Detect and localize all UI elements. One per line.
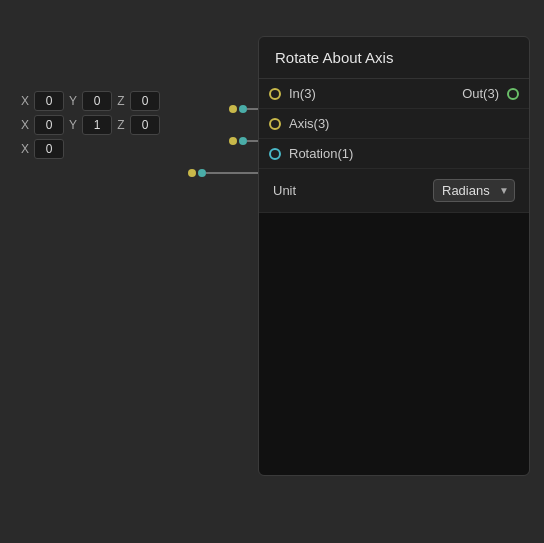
rotation1-left-connector (269, 148, 281, 160)
y-label-1: Y (68, 94, 78, 108)
wire-dot-axis3 (229, 137, 237, 145)
z-label-1: Z (116, 94, 126, 108)
wire-dot-in3-cyan (239, 105, 247, 113)
wire-dot-rot-cyan (198, 169, 206, 177)
in3-left-connector (269, 88, 281, 100)
in3-label: In(3) (289, 86, 462, 101)
unit-label: Unit (273, 183, 433, 198)
out3-label: Out(3) (462, 86, 499, 101)
input-row-1: X Y Z (20, 91, 160, 111)
ports-area: In(3) Out(3) Axis(3) Rotation(1) Unit Ra… (259, 79, 529, 213)
input-fields-container: X Y Z X Y Z X (20, 91, 160, 159)
x-label-2: X (20, 118, 30, 132)
wire-dot-rot-yellow (188, 169, 196, 177)
rotation1-label: Rotation(1) (289, 146, 519, 161)
unit-dropdown[interactable]: Radians Degrees (433, 179, 515, 202)
unit-dropdown-wrapper: Radians Degrees ▼ (433, 179, 515, 202)
axis3-label: Axis(3) (289, 116, 519, 131)
y-input-2[interactable] (82, 115, 112, 135)
input-row-3: X (20, 139, 160, 159)
input-row-2: X Y Z (20, 115, 160, 135)
x-input-2[interactable] (34, 115, 64, 135)
node-content-area (259, 213, 529, 475)
y-label-2: Y (68, 118, 78, 132)
y-input-1[interactable] (82, 91, 112, 111)
axis3-left-connector (269, 118, 281, 130)
node-panel: Rotate About Axis In(3) Out(3) Axis(3) R… (258, 36, 530, 476)
z-input-1[interactable] (130, 91, 160, 111)
x-label-1: X (20, 94, 30, 108)
x-input-3[interactable] (34, 139, 64, 159)
unit-row: Unit Radians Degrees ▼ (259, 169, 529, 213)
z-label-2: Z (116, 118, 126, 132)
node-title: Rotate About Axis (259, 37, 529, 79)
x-label-3: X (20, 142, 30, 156)
x-input-1[interactable] (34, 91, 64, 111)
wire-dot-axis3-cyan (239, 137, 247, 145)
wire-dot-in3 (229, 105, 237, 113)
z-input-2[interactable] (130, 115, 160, 135)
out3-right-connector (507, 88, 519, 100)
